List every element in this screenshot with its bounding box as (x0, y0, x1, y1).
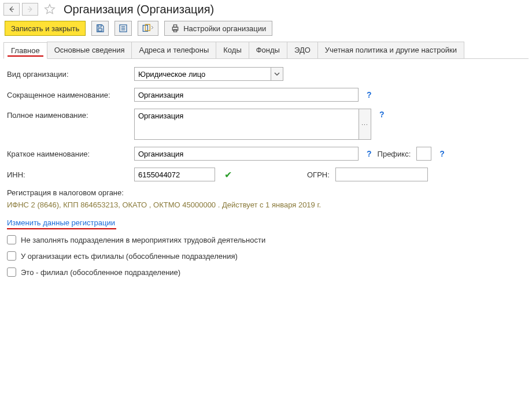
registration-title: Регистрация в налоговом органе: (7, 188, 525, 197)
prefix-input[interactable] (416, 147, 431, 161)
checkbox-has-branches[interactable] (7, 251, 16, 261)
tab-funds[interactable]: Фонды (249, 42, 287, 58)
full-name-input[interactable] (134, 109, 359, 140)
copy-button[interactable] (138, 21, 158, 36)
inn-valid-icon: ✔ (224, 169, 232, 180)
list-icon (119, 24, 128, 33)
no-subdivisions-label: Не заполнять подразделения в мероприятия… (21, 236, 265, 244)
prefix-help[interactable]: ? (439, 149, 445, 158)
change-registration-link[interactable]: Изменить данные регистрации (7, 218, 115, 228)
floppy-icon (95, 24, 105, 33)
arrow-left-icon (8, 5, 16, 13)
org-type-input[interactable] (134, 67, 271, 81)
brief-name-help[interactable]: ? (367, 149, 372, 158)
arrow-right-icon (26, 5, 34, 13)
org-settings-label: Настройки организации (183, 24, 266, 33)
inn-input[interactable] (134, 168, 215, 181)
short-name-help[interactable]: ? (367, 90, 372, 99)
short-name-input[interactable] (134, 88, 359, 102)
svg-rect-3 (98, 29, 102, 31)
tab-main[interactable]: Главное (3, 42, 47, 59)
checkbox-is-branch[interactable] (7, 267, 16, 277)
checkbox-no-subdivisions[interactable] (7, 235, 16, 244)
tab-codes[interactable]: Коды (216, 42, 249, 58)
favorite-button[interactable] (43, 2, 57, 16)
list-button[interactable] (114, 21, 132, 36)
ogrn-input[interactable] (335, 168, 428, 181)
registration-info: ИФНС 2 (8646), КПП 864653213, ОКАТО , ОК… (7, 200, 525, 209)
short-name-label: Сокращенное наименование: (7, 91, 128, 99)
ellipsis-icon: ··· (361, 121, 368, 128)
org-type-label: Вид организации: (7, 70, 128, 79)
full-name-help[interactable]: ? (379, 110, 385, 119)
is-branch-label: Это - филиал (обособленное подразделение… (21, 268, 180, 277)
svg-rect-11 (174, 25, 177, 27)
save-close-label: Записать и закрыть (11, 24, 79, 33)
org-settings-button[interactable]: Настройки организации (164, 21, 272, 36)
ogrn-label: ОГРН: (307, 170, 330, 179)
save-button[interactable] (91, 21, 109, 36)
copy-icon (142, 24, 154, 33)
nav-forward-button[interactable] (22, 3, 38, 16)
tab-addresses[interactable]: Адреса и телефоны (131, 42, 216, 58)
tab-edo[interactable]: ЭДО (287, 42, 318, 58)
tab-general[interactable]: Основные сведения (47, 42, 132, 58)
brief-name-label: Краткое наименование: (7, 150, 128, 158)
save-close-button[interactable]: Записать и закрыть (5, 21, 86, 36)
nav-back-button[interactable] (3, 3, 20, 16)
full-name-expand-button[interactable]: ··· (359, 109, 371, 140)
inn-label: ИНН: (7, 170, 128, 179)
star-icon (44, 3, 56, 15)
full-name-label: Полное наименование: (7, 109, 128, 120)
brief-name-input[interactable] (134, 147, 359, 161)
window-title: Организация (Организация) (64, 3, 214, 16)
svg-rect-2 (98, 25, 101, 27)
org-type-dropdown-button[interactable] (271, 67, 283, 81)
has-branches-label: У организации есть филиалы (обособленные… (21, 252, 238, 261)
tab-policy[interactable]: Учетная политика и другие настройки (317, 42, 464, 58)
chevron-down-icon (274, 71, 280, 77)
printer-icon (171, 24, 180, 33)
prefix-label: Префикс: (378, 150, 411, 158)
